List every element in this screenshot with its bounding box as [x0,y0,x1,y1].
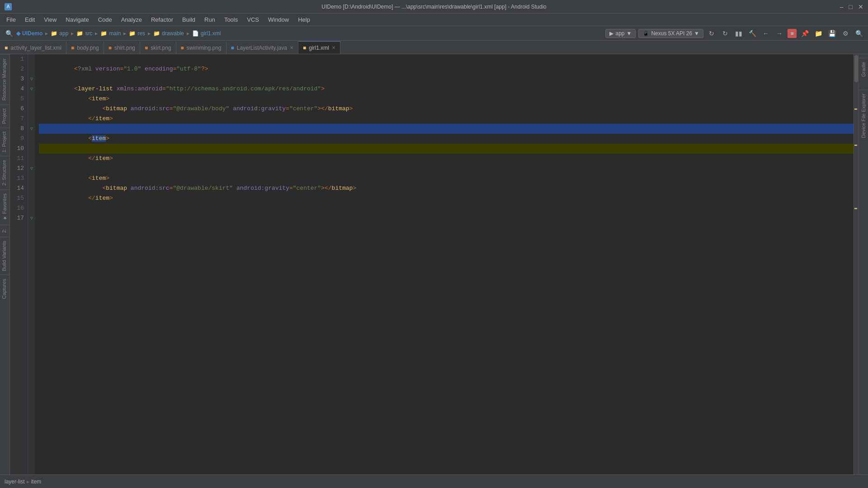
menu-analyze[interactable]: Analyze [117,14,146,25]
editor-scrollbar[interactable] [854,54,858,474]
search-everywhere-button[interactable]: 🔍 [4,28,14,39]
build-button[interactable]: 🔨 [747,28,758,39]
tab-shirt-png[interactable]: ■ shirt.png [104,41,140,54]
maximize-button[interactable]: □ [849,3,853,10]
code-line-10: </item> [39,144,854,154]
favorites-panel[interactable]: ★ Favorites [0,189,9,225]
line-15: 15 [10,193,28,203]
device-file-explorer-panel[interactable]: Device File Explorer [859,89,868,141]
run-coverage-button[interactable]: ▮▮ [733,28,744,39]
menu-build[interactable]: Build [178,14,200,25]
build-variants-panel[interactable]: Build Variants [0,237,9,275]
status-layer-list: layer-list [5,479,25,485]
scrollbar-thumb[interactable] [854,55,858,82]
fold-4[interactable]: ▽ [28,84,35,94]
code-line-6: </item> [39,104,854,114]
menu-file[interactable]: File [2,14,20,25]
fold-11 [28,154,35,164]
tab-skirt-png-label: skirt.png [151,45,171,51]
captures-panel[interactable]: Captures [0,275,9,303]
breadcrumb-uidemo-label: UIDemo [22,30,42,37]
attach-button[interactable]: 📌 [799,28,810,39]
menu-bar: File Edit View Navigate Code Analyze Ref… [0,14,868,26]
fold-3[interactable]: ▽ [28,74,35,84]
tab-activity-layer-list[interactable]: ■ activity_layer_list.xml [0,41,66,54]
line-4: 4 [10,84,28,94]
tab-layer-list-activity-close[interactable]: ✕ [290,45,293,50]
code-line-12: <item> [39,164,854,174]
menu-help[interactable]: Help [293,14,315,25]
line-14: 14 [10,183,28,193]
minimize-button[interactable]: – [840,3,844,10]
tab-skirt-png[interactable]: ■ skirt.png [140,41,176,54]
line-7: 7 [10,114,28,124]
editor-area[interactable]: <?xml version="1.0" encoding="utf-8"?> <… [35,54,854,474]
line-5: 5 [10,94,28,104]
menu-vcs[interactable]: VCS [242,14,264,25]
device-dropdown[interactable]: 📱 Nexus 5X API 26 ▼ [638,29,703,38]
menu-code[interactable]: Code [94,14,117,25]
resource-manager-panel[interactable]: Resource Manager [0,54,9,104]
folder-icon-2: 📁 [76,30,83,37]
menu-navigate[interactable]: Navigate [61,14,93,25]
breadcrumb-drawable[interactable]: 📁 drawable [153,30,184,37]
sync-button[interactable]: ↻ [706,28,717,39]
tab-layer-list-activity-label: LayerListActivity.java [237,45,287,51]
back-button[interactable]: ← [760,28,771,39]
fold-13 [28,174,35,183]
forward-button[interactable]: → [774,28,785,39]
menu-edit[interactable]: Edit [20,14,39,25]
line-10: 10 [10,144,28,154]
breadcrumb-src[interactable]: 📁 src [76,30,92,37]
run-config-dropdown[interactable]: ▶ app ▼ [605,29,636,38]
run-config-label: app [615,30,624,37]
stop-button[interactable]: ■ [788,29,797,38]
search-button[interactable]: 🔍 [854,28,864,39]
breadcrumb-app[interactable]: 📁 app [51,30,68,37]
breadcrumb-res[interactable]: 📁 res [129,30,145,37]
breadcrumb-main[interactable]: 📁 main [100,30,121,37]
code-line-7 [39,114,854,124]
breadcrumb-file[interactable]: 📄 girl1.xml [192,30,221,37]
tab-girl1-xml[interactable]: ■ girl1.xml ✕ [298,41,340,54]
project-panel-1[interactable]: 1: Project [0,127,9,156]
structure-panel[interactable]: 2: Structure [0,156,9,189]
line-13: 13 [10,174,28,183]
code-line-17: </layer-list> [39,213,854,223]
tab-swimming-png[interactable]: ■ swimming.png [176,41,226,54]
menu-view[interactable]: View [39,14,61,25]
breadcrumb-file-label: girl1.xml [201,30,221,37]
line-12: 12 [10,164,28,174]
menu-tools[interactable]: Tools [220,14,242,25]
tab-girl1-xml-close[interactable]: ✕ [332,45,335,50]
fold-12[interactable]: ▽ [28,164,35,174]
menu-run[interactable]: Run [200,14,220,25]
fold-15 [28,193,35,203]
tab-layer-list-activity[interactable]: ■ LayerListActivity.java ✕ [226,41,298,54]
sync-button-2[interactable]: ↻ [720,28,731,39]
project-panel[interactable]: Project [0,104,9,127]
line-11: 11 [10,154,28,164]
menu-window[interactable]: Window [264,14,293,25]
code-line-9: <bitmap android:src="@drawable/shirt" an… [39,134,854,144]
fold-17[interactable]: ▽ [28,213,35,223]
line-1: 1 [10,54,28,64]
breadcrumb-uidemo[interactable]: ◆ UIDemo [16,30,42,37]
xml-active-file-icon: ■ [303,45,306,51]
breadcrumb-drawable-label: drawable [162,30,184,37]
png-file-icon: ■ [71,45,74,51]
fold-9 [28,134,35,144]
gradle-panel[interactable]: Gradle [859,58,868,80]
save-button[interactable]: 💾 [826,28,837,39]
tab-activity-layer-list-label: activity_layer_list.xml [10,45,61,51]
close-button[interactable]: ✕ [858,3,863,10]
window-controls[interactable]: – □ ✕ [840,3,863,10]
fold-16 [28,203,35,213]
menu-refactor[interactable]: Refactor [146,14,178,25]
tab-body-png[interactable]: ■ body.png [66,41,104,54]
panel-2[interactable]: 2: [0,225,9,236]
open-button[interactable]: 📁 [813,28,824,39]
settings-button[interactable]: ⚙ [840,28,851,39]
fold-8[interactable]: ▽ [28,124,35,134]
fold-7 [28,114,35,124]
